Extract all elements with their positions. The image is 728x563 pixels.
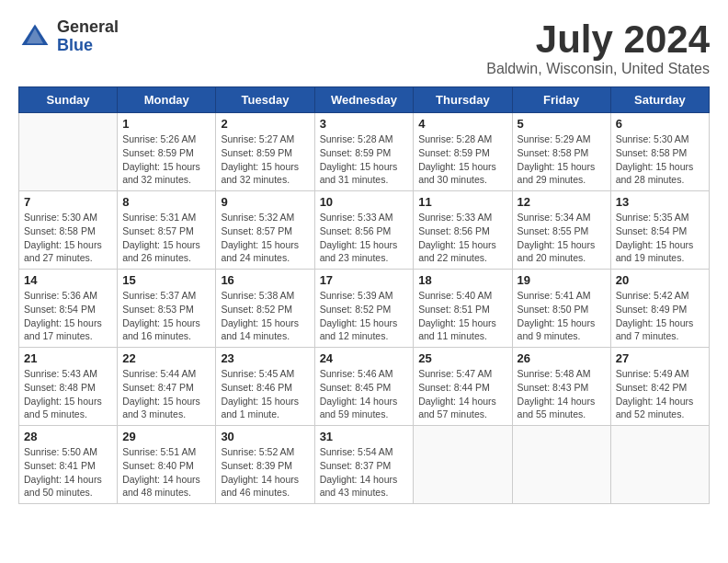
calendar-cell bbox=[414, 426, 512, 504]
day-info: Sunrise: 5:49 AM Sunset: 8:42 PM Dayligh… bbox=[616, 367, 704, 421]
day-info: Sunrise: 5:40 AM Sunset: 8:51 PM Dayligh… bbox=[418, 289, 506, 343]
calendar-cell: 29Sunrise: 5:51 AM Sunset: 8:40 PM Dayli… bbox=[118, 426, 216, 504]
subtitle: Baldwin, Wisconsin, United States bbox=[486, 61, 710, 77]
logo-text: General Blue bbox=[57, 18, 119, 55]
calendar-cell: 3Sunrise: 5:28 AM Sunset: 8:59 PM Daylig… bbox=[314, 113, 414, 191]
day-number: 12 bbox=[518, 195, 606, 209]
title-area: July 2024 Baldwin, Wisconsin, United Sta… bbox=[486, 18, 710, 77]
day-info: Sunrise: 5:35 AM Sunset: 8:54 PM Dayligh… bbox=[616, 211, 704, 265]
day-info: Sunrise: 5:52 AM Sunset: 8:39 PM Dayligh… bbox=[221, 445, 309, 500]
day-number: 16 bbox=[221, 273, 309, 287]
day-number: 31 bbox=[320, 430, 409, 443]
calendar-cell: 14Sunrise: 5:36 AM Sunset: 8:54 PM Dayli… bbox=[19, 270, 118, 348]
header-friday: Friday bbox=[512, 87, 610, 113]
day-info: Sunrise: 5:54 AM Sunset: 8:37 PM Dayligh… bbox=[320, 445, 409, 500]
day-number: 27 bbox=[616, 351, 704, 365]
calendar-cell: 10Sunrise: 5:33 AM Sunset: 8:56 PM Dayli… bbox=[314, 191, 414, 270]
day-number: 6 bbox=[616, 117, 704, 131]
day-info: Sunrise: 5:43 AM Sunset: 8:48 PM Dayligh… bbox=[24, 367, 112, 421]
day-info: Sunrise: 5:38 AM Sunset: 8:52 PM Dayligh… bbox=[221, 289, 309, 343]
day-number: 21 bbox=[24, 351, 112, 365]
day-number: 11 bbox=[418, 195, 506, 209]
day-number: 23 bbox=[221, 351, 309, 365]
day-number: 13 bbox=[616, 195, 704, 209]
logo: General Blue bbox=[18, 18, 119, 55]
header-row: SundayMondayTuesdayWednesdayThursdayFrid… bbox=[19, 87, 710, 113]
day-info: Sunrise: 5:28 AM Sunset: 8:59 PM Dayligh… bbox=[418, 132, 506, 187]
day-info: Sunrise: 5:29 AM Sunset: 8:58 PM Dayligh… bbox=[518, 132, 606, 187]
main-title: July 2024 bbox=[486, 18, 710, 61]
calendar-cell: 9Sunrise: 5:32 AM Sunset: 8:57 PM Daylig… bbox=[216, 191, 314, 270]
calendar-cell: 1Sunrise: 5:26 AM Sunset: 8:59 PM Daylig… bbox=[118, 113, 216, 191]
calendar-cell bbox=[512, 426, 610, 504]
day-number: 9 bbox=[221, 195, 309, 209]
day-info: Sunrise: 5:45 AM Sunset: 8:46 PM Dayligh… bbox=[221, 367, 309, 421]
calendar-cell: 18Sunrise: 5:40 AM Sunset: 8:51 PM Dayli… bbox=[414, 270, 512, 348]
logo-icon bbox=[18, 20, 51, 53]
day-number: 3 bbox=[320, 117, 409, 131]
day-info: Sunrise: 5:44 AM Sunset: 8:47 PM Dayligh… bbox=[122, 367, 210, 421]
calendar-cell: 15Sunrise: 5:37 AM Sunset: 8:53 PM Dayli… bbox=[118, 270, 216, 348]
logo-general: General bbox=[57, 18, 119, 37]
calendar-cell: 20Sunrise: 5:42 AM Sunset: 8:49 PM Dayli… bbox=[610, 270, 709, 348]
day-info: Sunrise: 5:32 AM Sunset: 8:57 PM Dayligh… bbox=[221, 211, 309, 265]
calendar-cell: 5Sunrise: 5:29 AM Sunset: 8:58 PM Daylig… bbox=[512, 113, 610, 191]
calendar-cell: 16Sunrise: 5:38 AM Sunset: 8:52 PM Dayli… bbox=[216, 270, 314, 348]
header-thursday: Thursday bbox=[414, 87, 512, 113]
day-number: 22 bbox=[122, 351, 210, 365]
calendar-cell: 6Sunrise: 5:30 AM Sunset: 8:58 PM Daylig… bbox=[610, 113, 709, 191]
calendar-cell: 7Sunrise: 5:30 AM Sunset: 8:58 PM Daylig… bbox=[19, 191, 118, 270]
calendar-cell: 2Sunrise: 5:27 AM Sunset: 8:59 PM Daylig… bbox=[216, 113, 314, 191]
day-info: Sunrise: 5:30 AM Sunset: 8:58 PM Dayligh… bbox=[24, 211, 112, 265]
day-number: 20 bbox=[616, 273, 704, 287]
calendar-cell: 17Sunrise: 5:39 AM Sunset: 8:52 PM Dayli… bbox=[314, 270, 414, 348]
header-tuesday: Tuesday bbox=[216, 87, 314, 113]
day-number: 18 bbox=[418, 273, 506, 287]
day-number: 19 bbox=[518, 273, 606, 287]
calendar-cell bbox=[610, 426, 709, 504]
day-number: 17 bbox=[320, 273, 409, 287]
calendar-cell: 24Sunrise: 5:46 AM Sunset: 8:45 PM Dayli… bbox=[314, 348, 414, 426]
calendar-cell: 26Sunrise: 5:48 AM Sunset: 8:43 PM Dayli… bbox=[512, 348, 610, 426]
week-row-5: 28Sunrise: 5:50 AM Sunset: 8:41 PM Dayli… bbox=[19, 426, 710, 504]
day-number: 26 bbox=[518, 351, 606, 365]
day-number: 24 bbox=[320, 351, 409, 365]
calendar-cell: 31Sunrise: 5:54 AM Sunset: 8:37 PM Dayli… bbox=[314, 426, 414, 504]
day-info: Sunrise: 5:50 AM Sunset: 8:41 PM Dayligh… bbox=[24, 445, 112, 500]
day-number: 5 bbox=[518, 117, 606, 131]
calendar-cell: 27Sunrise: 5:49 AM Sunset: 8:42 PM Dayli… bbox=[610, 348, 709, 426]
page-header: General Blue July 2024 Baldwin, Wisconsi… bbox=[18, 18, 710, 77]
day-info: Sunrise: 5:27 AM Sunset: 8:59 PM Dayligh… bbox=[221, 132, 309, 187]
calendar-cell bbox=[19, 113, 118, 191]
day-info: Sunrise: 5:33 AM Sunset: 8:56 PM Dayligh… bbox=[418, 211, 506, 265]
week-row-4: 21Sunrise: 5:43 AM Sunset: 8:48 PM Dayli… bbox=[19, 348, 710, 426]
day-number: 25 bbox=[418, 351, 506, 365]
day-number: 14 bbox=[24, 273, 112, 287]
day-number: 30 bbox=[221, 430, 309, 443]
calendar-cell: 28Sunrise: 5:50 AM Sunset: 8:41 PM Dayli… bbox=[19, 426, 118, 504]
calendar-cell: 30Sunrise: 5:52 AM Sunset: 8:39 PM Dayli… bbox=[216, 426, 314, 504]
day-info: Sunrise: 5:42 AM Sunset: 8:49 PM Dayligh… bbox=[616, 289, 704, 343]
day-info: Sunrise: 5:26 AM Sunset: 8:59 PM Dayligh… bbox=[122, 132, 210, 187]
calendar-cell: 11Sunrise: 5:33 AM Sunset: 8:56 PM Dayli… bbox=[414, 191, 512, 270]
day-info: Sunrise: 5:36 AM Sunset: 8:54 PM Dayligh… bbox=[24, 289, 112, 343]
day-info: Sunrise: 5:46 AM Sunset: 8:45 PM Dayligh… bbox=[320, 367, 409, 421]
calendar-cell: 25Sunrise: 5:47 AM Sunset: 8:44 PM Dayli… bbox=[414, 348, 512, 426]
day-info: Sunrise: 5:51 AM Sunset: 8:40 PM Dayligh… bbox=[122, 445, 210, 500]
header-saturday: Saturday bbox=[610, 87, 709, 113]
week-row-2: 7Sunrise: 5:30 AM Sunset: 8:58 PM Daylig… bbox=[19, 191, 710, 270]
header-wednesday: Wednesday bbox=[314, 87, 414, 113]
week-row-1: 1Sunrise: 5:26 AM Sunset: 8:59 PM Daylig… bbox=[19, 113, 710, 191]
day-number: 28 bbox=[24, 430, 112, 443]
header-sunday: Sunday bbox=[19, 87, 118, 113]
calendar-cell: 12Sunrise: 5:34 AM Sunset: 8:55 PM Dayli… bbox=[512, 191, 610, 270]
day-number: 2 bbox=[221, 117, 309, 131]
day-number: 7 bbox=[24, 195, 112, 209]
day-number: 10 bbox=[320, 195, 409, 209]
calendar-cell: 21Sunrise: 5:43 AM Sunset: 8:48 PM Dayli… bbox=[19, 348, 118, 426]
calendar-cell: 4Sunrise: 5:28 AM Sunset: 8:59 PM Daylig… bbox=[414, 113, 512, 191]
calendar-cell: 22Sunrise: 5:44 AM Sunset: 8:47 PM Dayli… bbox=[118, 348, 216, 426]
logo-blue: Blue bbox=[57, 37, 119, 55]
day-info: Sunrise: 5:37 AM Sunset: 8:53 PM Dayligh… bbox=[122, 289, 210, 343]
day-info: Sunrise: 5:47 AM Sunset: 8:44 PM Dayligh… bbox=[418, 367, 506, 421]
